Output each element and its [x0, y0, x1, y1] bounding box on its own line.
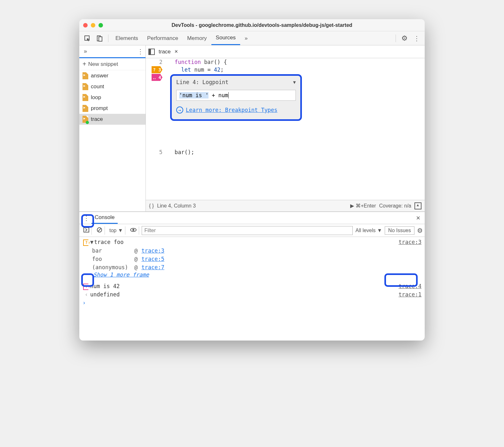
editor-statusbar: { } Line 4, Column 3 ▶ ⌘+Enter Coverage:… [146, 200, 425, 211]
kebab-icon[interactable]: ⋮ [411, 33, 422, 44]
stack-frame: (anonymous)@trace:7 [92, 263, 425, 271]
sidebar-item-loop[interactable]: loop [79, 92, 146, 103]
logpoint-line-label: Line 4: [176, 79, 199, 85]
close-icon[interactable]: × [413, 214, 423, 222]
logpoint-input[interactable]: 'num is ' + num [176, 90, 296, 101]
sidebar-item-answer[interactable]: answer [79, 70, 146, 81]
close-icon[interactable] [83, 23, 88, 27]
tab-memory[interactable]: Memory [183, 31, 211, 45]
panel-toggle-icon[interactable] [148, 49, 155, 55]
modified-dot-icon [86, 121, 89, 124]
sidebar-chevron[interactable]: » [84, 48, 87, 55]
cursor-position: Line 4, Column 3 [157, 203, 196, 209]
conditional-breakpoint-icon[interactable]: ? 3 [152, 66, 162, 73]
console-prompt[interactable]: › [79, 298, 425, 307]
sidebar-item-label: trace [91, 116, 103, 122]
run-hint[interactable]: ▶ ⌘+Enter [350, 203, 376, 209]
new-snippet-button[interactable]: + New snippet [79, 58, 146, 70]
tab-performance[interactable]: Performance [143, 31, 183, 45]
svg-point-7 [132, 229, 134, 231]
tab-elements[interactable]: Elements [111, 31, 143, 45]
console-source-link[interactable]: trace:3 [398, 239, 421, 245]
console-message: undefined [90, 291, 398, 298]
issues-button[interactable]: No Issues [385, 226, 414, 235]
console-trace-row: ? ▼ trace foo trace:3 [79, 238, 425, 247]
zoom-icon[interactable] [98, 23, 103, 27]
gear-icon[interactable]: ⚙ [399, 33, 410, 44]
new-snippet-label: New snippet [88, 61, 118, 67]
stack-link[interactable]: trace:7 [141, 264, 164, 271]
format-icon[interactable]: { } [149, 203, 154, 209]
logpoint-breakpoint-icon[interactable]: ‥ 4 [152, 74, 162, 81]
coverage-label: Coverage: n/a [379, 203, 411, 209]
snippet-icon [83, 105, 88, 112]
sidebar-item-label: count [91, 83, 104, 90]
sidebar-item-trace[interactable]: trace [79, 114, 146, 125]
tab-more[interactable]: » [240, 31, 252, 45]
tab-sources[interactable]: Sources [211, 31, 240, 45]
sidebar-header: » ⋮ [79, 45, 146, 58]
device-icon[interactable] [94, 33, 105, 44]
source-map-icon[interactable] [414, 202, 421, 209]
learn-more-link[interactable]: Learn more: Breakpoint Types [186, 107, 278, 113]
logpoint-type: Logpoint [202, 79, 229, 85]
sidebar-item-label: answer [91, 73, 108, 79]
logpoint-learn-more[interactable]: → Learn more: Breakpoint Types [176, 106, 296, 114]
code-editor[interactable]: 2 ? 3 ‥ 4 5 function bar() { let num = 4… [146, 58, 425, 200]
close-icon[interactable]: × [175, 48, 178, 55]
filter-input[interactable] [142, 226, 353, 235]
logpoint-header: Line 4: Logpoint ▼ [172, 76, 300, 89]
clear-icon[interactable] [96, 227, 103, 234]
chevron-down-icon[interactable]: ▼ [293, 80, 296, 85]
eye-icon[interactable] [130, 226, 137, 235]
snippet-icon [83, 72, 88, 79]
gear-icon[interactable]: ⚙ [417, 227, 423, 234]
sidebar-item-prompt[interactable]: prompt [79, 103, 146, 114]
sidebar: » ⋮ + New snippet answer count loop prom… [79, 45, 146, 211]
console-source-link[interactable]: trace:1 [398, 291, 421, 298]
sidebar-item-label: loop [91, 94, 101, 101]
logpoint-popup: Line 4: Logpoint ▼ 'num is ' + num → Lea… [170, 74, 302, 121]
expand-icon[interactable]: ▼ [90, 239, 93, 245]
svg-rect-2 [99, 37, 102, 41]
main-split: » ⋮ + New snippet answer count loop prom… [79, 45, 425, 211]
sidebar-item-label: prompt [91, 105, 108, 112]
levels-selector[interactable]: All levels ▼ [355, 228, 382, 233]
window-title: DevTools - googlechrome.github.io/devtoo… [103, 22, 421, 28]
line-number[interactable]: 2 [146, 58, 162, 66]
editor-area: trace × 2 ? 3 ‥ 4 5 function bar() { let… [146, 45, 425, 211]
kebab-icon[interactable]: ⋮ [137, 48, 144, 55]
kebab-icon[interactable]: ⋮ [81, 214, 91, 222]
context-selector[interactable]: top ▼ [109, 228, 123, 233]
titlebar: DevTools - googlechrome.github.io/devtoo… [79, 19, 425, 31]
show-sidebar-icon[interactable] [83, 227, 90, 234]
line-gutter[interactable]: 2 ? 3 ‥ 4 5 [146, 58, 165, 200]
traffic-lights [83, 23, 103, 27]
stack-link[interactable]: trace:3 [141, 247, 164, 254]
console-log-row: › num is 42 trace:4 [79, 282, 425, 291]
svg-rect-3 [84, 228, 89, 232]
console-source-link[interactable]: trace:4 [398, 283, 421, 289]
inspect-icon[interactable] [82, 33, 93, 44]
plus-icon: + [83, 60, 86, 68]
console-body[interactable]: ? ▼ trace foo trace:3 bar@trace:3 foo@tr… [79, 237, 425, 341]
devtools-tabbar: Elements Performance Memory Sources » ⚙ … [79, 31, 425, 45]
stack-link[interactable]: trace:5 [141, 256, 164, 262]
console-message: num is 42 [90, 283, 398, 289]
svg-line-5 [98, 228, 101, 231]
sidebar-item-count[interactable]: count [79, 81, 146, 92]
line-number[interactable]: 5 [146, 148, 162, 156]
show-more-link[interactable]: Show 1 more frame [79, 271, 425, 278]
trace-icon: ? [83, 239, 90, 246]
snippet-icon [83, 83, 88, 90]
minimize-icon[interactable] [91, 23, 95, 27]
editor-tab-name[interactable]: trace [159, 49, 171, 55]
console-tabbar: ⋮ Console × [79, 212, 425, 224]
separator [396, 35, 396, 42]
return-icon: ‹ [83, 291, 90, 298]
prompt-icon: › [83, 300, 86, 306]
stack-frame: foo@trace:5 [92, 255, 425, 263]
tab-console[interactable]: Console [91, 212, 118, 224]
snippet-icon [83, 94, 88, 101]
editor-tabbar: trace × [146, 45, 425, 58]
